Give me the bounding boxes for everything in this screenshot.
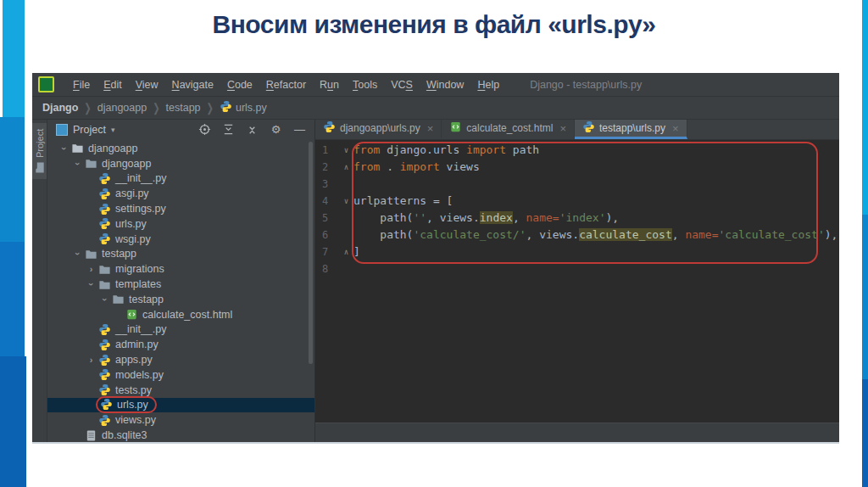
menu-help[interactable]: Help — [470, 76, 506, 93]
menu-run[interactable]: Run — [313, 76, 346, 93]
tab-djangoapp-urls-py[interactable]: djangoapp\urls.py× — [315, 120, 442, 139]
tree-item-settings-py[interactable]: settings.py — [47, 201, 314, 216]
gear-icon[interactable]: ⚙ — [270, 123, 282, 136]
chevron-collapsed-icon[interactable]: › — [85, 264, 97, 274]
tree-item-label: apps.py — [112, 354, 153, 366]
tree-item-db-sqlite3[interactable]: db.sqlite3 — [47, 428, 314, 442]
tree-item-label: calculate_cost.html — [139, 309, 232, 321]
tree-item-wsgi-py[interactable]: wsgi.py — [47, 232, 314, 247]
project-panel: Project ▾ ⚙— ›djangoapp›djangoapp__init_… — [47, 120, 315, 442]
project-scrollbar[interactable] — [309, 142, 313, 364]
close-icon[interactable]: × — [672, 122, 679, 135]
chevron-expanded-icon[interactable]: › — [86, 278, 97, 291]
tree-item-templates[interactable]: ›templates — [47, 277, 314, 292]
chevron-expanded-icon[interactable]: › — [59, 142, 70, 154]
tree-item-label: testapp — [125, 294, 164, 305]
tab-calculate-cost-html[interactable]: calculate_cost.html× — [442, 120, 575, 139]
tree-item-asgi-py[interactable]: asgi.py — [47, 186, 314, 201]
python-icon — [220, 104, 232, 115]
tree-item-testapp[interactable]: ›testapp — [47, 247, 314, 262]
folder-icon — [84, 248, 98, 260]
expand-all-icon[interactable] — [222, 123, 235, 136]
python-icon — [97, 172, 112, 185]
tree-item-urls-py[interactable]: urls.py — [47, 216, 314, 232]
chevron-expanded-icon[interactable]: › — [100, 293, 110, 305]
left-stripe-bottom — [0, 356, 26, 487]
tree-item-calculate-cost-html[interactable]: calculate_cost.html — [47, 307, 314, 322]
breadcrumb-item-testapp[interactable]: testapp — [166, 102, 201, 114]
chevron-expanded-icon[interactable]: › — [73, 157, 83, 170]
menu-view[interactable]: View — [129, 76, 165, 93]
tree-item-admin-py[interactable]: admin.py — [47, 337, 314, 352]
folder-root-icon — [70, 142, 85, 154]
breadcrumb-item-urls-py[interactable]: urls.py — [220, 100, 267, 115]
folder-icon — [33, 161, 46, 174]
tree-item-label: asgi.py — [112, 188, 149, 199]
tree-item-migrations[interactable]: ›migrations — [47, 261, 314, 277]
tab-testapp-urls-py[interactable]: testapp\urls.py× — [575, 120, 687, 139]
locate-icon[interactable] — [198, 123, 211, 136]
database-icon — [84, 429, 98, 442]
menu-file[interactable]: File — [66, 76, 97, 93]
tree-item-testapp[interactable]: ›testapp — [47, 292, 314, 307]
breadcrumb-item-django[interactable]: Django — [42, 102, 78, 114]
close-icon[interactable]: × — [427, 122, 434, 135]
line-number: 6 — [315, 227, 339, 244]
editor-bottom-strip — [315, 423, 839, 442]
tool-window-strip: Project — [32, 120, 47, 442]
breadcrumb-item-djangoapp[interactable]: djangoapp — [97, 102, 147, 114]
html-icon — [449, 120, 462, 136]
tree-item-models-py[interactable]: models.py — [47, 367, 314, 383]
tree-item-init-py[interactable]: __init__.py — [47, 171, 314, 187]
tree-item-label: models.py — [112, 369, 164, 381]
tree-annotation: urls.py — [96, 396, 157, 413]
python-icon — [97, 354, 112, 367]
tree-item-label: __init__.py — [112, 323, 166, 335]
project-panel-title[interactable]: Project — [73, 124, 106, 136]
window-title: Django - testapp\urls.py — [530, 79, 642, 91]
minimize-icon[interactable]: — — [293, 123, 306, 136]
project-tool-button[interactable]: Project — [32, 123, 47, 179]
tree-item-label: views.py — [112, 414, 156, 426]
menu-vcs[interactable]: VCS — [384, 76, 420, 93]
breadcrumb: Django❯djangoapp❯testapp❯urls.py — [32, 97, 839, 120]
tree-item-label: urls.py — [112, 218, 147, 230]
menu-code[interactable]: Code — [220, 76, 259, 93]
fold-marker-icon[interactable]: ∧ — [339, 159, 353, 176]
python-icon — [99, 398, 114, 411]
tree-item-djangoapp[interactable]: ›djangoapp — [47, 141, 314, 156]
chevron-expanded-icon[interactable]: › — [73, 248, 83, 260]
breadcrumb-separator-icon: ❯ — [84, 101, 91, 114]
tree-item-views-py[interactable]: views.py — [47, 412, 314, 428]
python-icon — [97, 232, 112, 245]
tree-item-tests-py[interactable]: tests.py — [47, 383, 314, 398]
menu-refactor[interactable]: Refactor — [259, 76, 313, 93]
fold-marker-icon[interactable]: ∧ — [339, 244, 353, 260]
tree-item-apps-py[interactable]: ›apps.py — [47, 352, 314, 367]
left-stripe-mid1 — [0, 117, 25, 242]
project-tree: ›djangoapp›djangoapp__init__.pyasgi.pyse… — [47, 139, 314, 442]
code-line-6: 6 path('calculate_cost/', views.calculat… — [315, 227, 839, 244]
code-text: path('', views.index, name='index'), — [353, 210, 619, 227]
fold-marker-icon[interactable]: ∨ — [339, 142, 353, 159]
tree-item-djangoapp[interactable]: ›djangoapp — [47, 156, 314, 171]
left-stripe-mid2 — [0, 242, 25, 356]
breadcrumb-separator-icon: ❯ — [207, 101, 214, 114]
code-editor[interactable]: 1∨from django.urls import path2∧from . i… — [315, 140, 839, 423]
menu-bar-items: FileEditViewNavigateCodeRefactorRunTools… — [66, 76, 506, 93]
chevron-down-icon[interactable]: ▾ — [111, 126, 115, 134]
menu-tools[interactable]: Tools — [346, 76, 384, 93]
tree-item-label: templates — [112, 278, 161, 290]
python-icon — [97, 203, 112, 216]
fold-marker-icon[interactable]: ∨ — [339, 193, 353, 210]
tree-item-urls-py[interactable]: urls.py — [47, 398, 314, 413]
collapse-all-icon[interactable] — [246, 123, 259, 136]
close-icon[interactable]: × — [559, 122, 566, 135]
chevron-collapsed-icon[interactable]: › — [85, 355, 97, 365]
menu-window[interactable]: Window — [420, 76, 470, 93]
python-icon — [323, 120, 336, 136]
tree-item-init-py[interactable]: __init__.py — [47, 322, 314, 338]
menu-edit[interactable]: Edit — [97, 76, 129, 93]
project-panel-header: Project ▾ ⚙— — [47, 120, 314, 139]
menu-navigate[interactable]: Navigate — [165, 76, 220, 93]
